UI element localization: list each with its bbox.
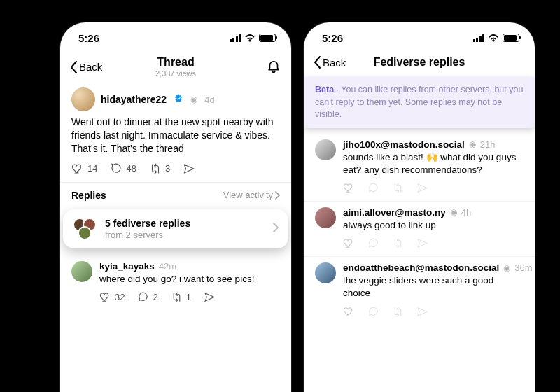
original-post: hidayathere22 ◉ 4d Went out to dinner at… <box>60 83 291 182</box>
chevron-left-icon <box>314 56 321 69</box>
fediverse-reply-item[interactable]: aimi.allover@masto.ny ◉ 4h always good t… <box>304 201 535 256</box>
chevron-right-icon <box>273 223 279 235</box>
reply-username[interactable]: kyia_kayaks <box>99 261 155 272</box>
share-button <box>416 306 428 318</box>
share-button[interactable] <box>183 162 195 175</box>
like-count: 14 <box>88 163 97 174</box>
post-timestamp: 4d <box>204 94 214 105</box>
reply-item[interactable]: kyia_kayaks 42m where did you go? i want… <box>60 255 291 310</box>
status-time: 5:26 <box>78 32 99 44</box>
comment-icon <box>368 182 379 194</box>
beta-label: Beta <box>315 85 334 94</box>
heart-icon <box>99 291 111 303</box>
like-button[interactable]: 14 <box>71 162 97 175</box>
verified-badge-icon <box>174 94 183 106</box>
avatar[interactable] <box>315 262 336 284</box>
reply-actions: 32 2 1 <box>99 291 280 303</box>
fediverse-replies-title: 5 fediverse replies <box>105 218 190 229</box>
page-title: Fediverse replies <box>356 56 483 69</box>
status-bar: 5:26 <box>304 22 535 53</box>
share-button <box>416 182 428 194</box>
view-activity-label: View activity <box>223 190 273 200</box>
fediverse-avatars <box>73 218 98 240</box>
view-count: 2,387 views <box>112 69 239 78</box>
avatar[interactable] <box>71 261 92 282</box>
repost-button[interactable]: 3 <box>149 162 170 175</box>
reply-body: where did you go? i want to see pics! <box>99 273 280 286</box>
fediverse-replies-card[interactable]: 5 fediverse replies from 2 servers <box>63 209 288 248</box>
status-icons <box>473 34 520 42</box>
comment-button <box>368 182 379 194</box>
repost-count: 3 <box>165 163 170 174</box>
avatar[interactable] <box>71 88 95 111</box>
reply-timestamp: 4h <box>461 207 471 218</box>
nav-title-group: Fediverse replies <box>356 56 483 69</box>
reply-username[interactable]: endoatthebeach@mastodon.social <box>343 262 499 273</box>
fediverse-reply-item[interactable]: jiho100x@mastodon.social ◉ 21h sounds li… <box>304 134 535 201</box>
like-button[interactable] <box>343 182 355 194</box>
phone-fediverse-view: 5:26 Back Fediverse replies Beta · You c… <box>304 22 535 392</box>
reply-actions <box>343 237 524 249</box>
repost-count: 1 <box>186 292 191 302</box>
status-bar: 5:26 <box>60 22 291 53</box>
replies-section-header: Replies View activity <box>60 182 291 206</box>
nav-bar: Back Fediverse replies <box>304 53 535 74</box>
like-button[interactable] <box>343 306 355 318</box>
post-username[interactable]: hidayathere22 <box>101 94 167 105</box>
battery-icon <box>259 34 276 42</box>
reply-timestamp: 42m <box>159 261 176 272</box>
nav-bar: Back Thread 2,387 views <box>60 53 291 83</box>
comment-button[interactable]: 2 <box>137 291 158 303</box>
like-button[interactable]: 32 <box>99 291 125 303</box>
avatar[interactable] <box>315 139 336 160</box>
send-icon <box>416 182 428 194</box>
view-activity-link[interactable]: View activity <box>223 190 280 200</box>
send-icon <box>416 306 428 318</box>
send-icon <box>204 291 216 303</box>
post-actions: 14 48 3 <box>71 162 280 175</box>
repost-icon <box>171 291 183 303</box>
beta-text: You can like replies from other servers,… <box>315 85 523 119</box>
back-button[interactable]: Back <box>314 56 356 69</box>
heart-icon <box>343 237 355 249</box>
battery-icon <box>503 34 519 42</box>
share-button[interactable] <box>204 291 216 303</box>
cellular-icon <box>230 34 241 42</box>
reply-timestamp: 21h <box>480 139 496 150</box>
reply-actions <box>343 182 524 194</box>
reply-username[interactable]: aimi.allover@masto.ny <box>343 207 446 218</box>
repost-icon <box>392 182 404 194</box>
avatar[interactable] <box>315 207 336 228</box>
send-icon <box>183 162 195 175</box>
repost-button[interactable]: 1 <box>171 291 191 303</box>
comment-icon <box>110 162 122 175</box>
repost-button <box>392 237 404 249</box>
nav-title-group: Thread 2,387 views <box>112 56 239 78</box>
like-count: 32 <box>115 292 125 302</box>
like-button[interactable] <box>343 237 355 249</box>
chevron-right-icon <box>275 191 280 200</box>
comment-button <box>368 237 379 249</box>
comment-count: 48 <box>126 163 136 174</box>
globe-icon: ◉ <box>469 139 476 149</box>
comment-icon <box>137 291 149 303</box>
repost-icon <box>149 162 162 175</box>
share-button <box>416 237 428 249</box>
back-button[interactable]: Back <box>70 61 112 74</box>
replies-title: Replies <box>71 190 106 201</box>
comment-icon <box>368 237 379 249</box>
chevron-left-icon <box>70 61 77 74</box>
comment-button[interactable]: 48 <box>110 162 136 175</box>
reply-body: sounds like a blast! 🙌 what did you guys… <box>343 151 524 176</box>
fediverse-replies-subtitle: from 2 servers <box>105 230 190 240</box>
beta-banner: Beta · You can like replies from other s… <box>304 77 535 128</box>
notifications-button[interactable] <box>239 59 281 75</box>
repost-icon <box>392 237 404 249</box>
reply-username[interactable]: jiho100x@mastodon.social <box>343 139 465 150</box>
heart-icon <box>343 306 355 318</box>
fediverse-reply-item[interactable]: endoatthebeach@mastodon.social ◉ 36m the… <box>304 256 535 324</box>
wifi-icon <box>244 34 255 42</box>
cellular-icon <box>473 34 485 42</box>
reply-body: always good to link up <box>343 219 524 232</box>
beta-sep: · <box>334 85 341 94</box>
